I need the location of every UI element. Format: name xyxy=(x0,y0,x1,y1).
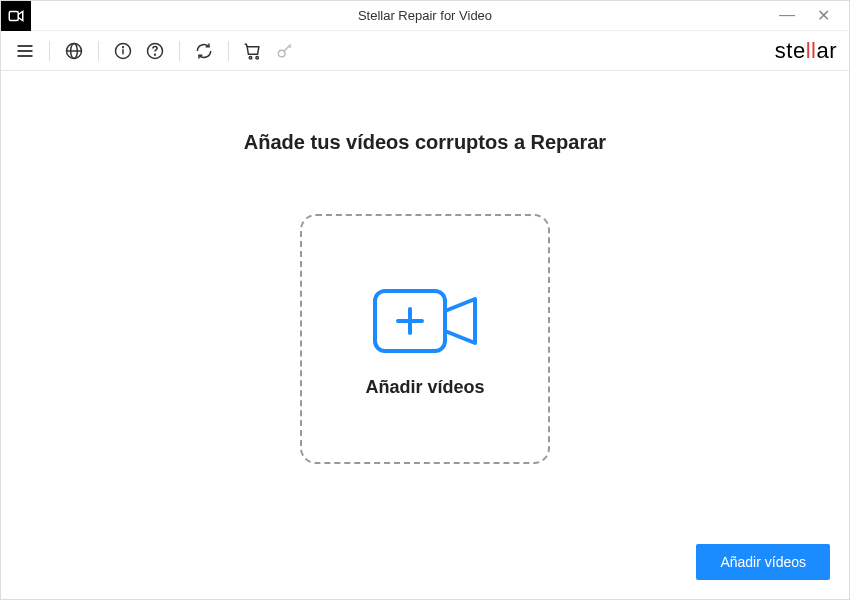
page-heading: Añade tus vídeos corruptos a Reparar xyxy=(244,131,606,154)
svg-point-14 xyxy=(278,50,285,57)
language-icon[interactable] xyxy=(62,39,86,63)
menu-icon[interactable] xyxy=(13,39,37,63)
footer: Añadir vídeos xyxy=(696,544,830,580)
close-button[interactable]: ✕ xyxy=(813,6,833,25)
titlebar: Stellar Repair for Video — ✕ xyxy=(1,1,849,31)
help-icon[interactable] xyxy=(143,39,167,63)
video-camera-plus-icon xyxy=(365,281,485,361)
brand-accent: ll xyxy=(806,38,817,63)
main-content: Añade tus vídeos corruptos a Reparar Aña… xyxy=(1,71,849,464)
info-icon[interactable] xyxy=(111,39,135,63)
toolbar-divider xyxy=(179,41,180,61)
svg-point-9 xyxy=(123,46,124,47)
add-videos-dropzone[interactable]: Añadir vídeos xyxy=(300,214,550,464)
brand-logo: stellar xyxy=(775,38,837,64)
window-title: Stellar Repair for Video xyxy=(358,8,492,23)
svg-point-12 xyxy=(249,56,252,58)
minimize-button[interactable]: — xyxy=(777,6,797,25)
add-videos-button[interactable]: Añadir vídeos xyxy=(696,544,830,580)
svg-point-13 xyxy=(256,56,258,58)
window-controls: — ✕ xyxy=(777,6,849,25)
app-icon xyxy=(1,1,31,31)
toolbar: stellar xyxy=(1,31,849,71)
toolbar-divider xyxy=(49,41,50,61)
svg-rect-0 xyxy=(9,11,18,20)
toolbar-divider xyxy=(98,41,99,61)
refresh-icon[interactable] xyxy=(192,39,216,63)
svg-point-11 xyxy=(155,54,156,55)
cart-icon[interactable] xyxy=(241,39,265,63)
dropzone-label: Añadir vídeos xyxy=(365,377,484,398)
brand-suffix: ar xyxy=(816,38,837,63)
key-icon[interactable] xyxy=(273,39,297,63)
toolbar-divider xyxy=(228,41,229,61)
brand-prefix: ste xyxy=(775,38,806,63)
